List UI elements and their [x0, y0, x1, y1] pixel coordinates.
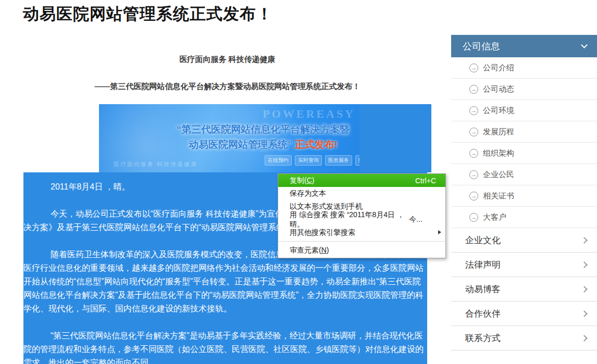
- banner-title: “第三代医院网站信息化平台解决方案暨 动易医院网站管理系统”正式发布!: [172, 122, 354, 152]
- sidebar-item-certificates[interactable]: → 相关证书: [451, 185, 597, 207]
- inspect-label: 审查元素(N): [290, 246, 329, 255]
- banner-slogan: 医疗面向服务 科技传递健康: [114, 160, 197, 168]
- chevron-right-icon: [581, 335, 588, 342]
- sidebar-section-label: 动易博客: [465, 283, 501, 295]
- sidebar-item-label: 公司动态: [483, 84, 514, 94]
- sidebar-item-label: 公司介绍: [483, 63, 514, 73]
- banner-release-label: 正式发布!: [295, 139, 338, 150]
- page-title: 动易医院网站管理系统正式发布！: [23, 3, 273, 25]
- context-menu: 复制(C) Ctrl+C 保存为文本 以文本形式发送到手机 用 综合搜索 搜索 …: [278, 173, 446, 258]
- banner-selection-row: POWEREASY “第三代医院网站信息化平台解决方案暨 动易医院网站管理系统”…: [99, 104, 431, 172]
- article-headline: ——第三代医院网站信息化平台解决方案暨动易医院网站管理系统正式发布！: [23, 82, 431, 92]
- chevron-right-icon: [581, 310, 588, 317]
- sidebar-section-contact[interactable]: 联系方式: [451, 326, 597, 350]
- sidebar-item-key-clients[interactable]: → 大客户: [451, 207, 597, 228]
- context-menu-item-search-selection[interactable]: 用 综合搜索 搜索 “2011年8月4日 ，晴。 今...: [278, 213, 445, 226]
- banner-image: POWEREASY “第三代医院网站信息化平台解决方案暨 动易医院网站管理系统”…: [99, 104, 359, 172]
- sidebar-section-corporate-culture[interactable]: 企业文化: [451, 228, 597, 253]
- save-as-text-label: 保存为文本: [290, 189, 326, 198]
- sidebar-section-label: 合作伙伴: [465, 308, 501, 320]
- banner-pill: 实时查询: [295, 155, 322, 166]
- other-engines-label: 用其他搜索引擎搜索: [290, 228, 355, 237]
- arrow-circle-icon: →: [469, 170, 478, 179]
- paragraph: “第三代医院网站信息化平台解决方案”是动易基于多年实践经验，经过大量市场调研，并…: [23, 329, 427, 364]
- arrow-circle-icon: →: [469, 64, 478, 72]
- copy-label: 复制(C): [290, 176, 314, 185]
- chevron-right-icon: [581, 261, 588, 268]
- context-menu-separator: [278, 241, 445, 242]
- sidebar: 公司信息 → 公司介绍 → 公司动态 → 公司环境 → 发展历程 → 组织架构 …: [451, 35, 597, 350]
- sidebar-item-company-environment[interactable]: → 公司环境: [451, 100, 597, 121]
- page: 动易医院网站管理系统正式发布！ 医疗面向服务 科技传递健康 ——第三代医院网站信…: [0, 0, 597, 364]
- sidebar-item-label: 组织架构: [483, 148, 514, 158]
- arrow-circle-icon: →: [469, 106, 478, 115]
- sidebar-header-label: 公司信息: [463, 40, 500, 53]
- banner-pill: 数据处理: [355, 155, 359, 166]
- sidebar-item-company-news[interactable]: → 公司动态: [451, 79, 597, 100]
- banner-pill: 在线预约: [265, 155, 292, 166]
- context-menu-item-other-engines[interactable]: 用其他搜索引擎搜索: [278, 226, 445, 239]
- sidebar-item-label: 发展历程: [483, 127, 514, 137]
- arrow-circle-icon: →: [469, 85, 478, 94]
- arrow-circle-icon: →: [469, 149, 478, 158]
- sidebar-item-label: 相关证书: [483, 191, 514, 201]
- banner-feature-pills: 在线预约 实时查询 医患服务 数据处理 开通服务: [265, 155, 359, 166]
- banner-title-line2: 动易医院网站管理系统”: [189, 139, 293, 150]
- sidebar-section-partners[interactable]: 合作伙伴: [451, 302, 597, 326]
- banner-pill: 医患服务: [325, 155, 352, 166]
- submenu-arrow-icon: [438, 230, 441, 234]
- sidebar-section-blog[interactable]: 动易博客: [451, 277, 597, 302]
- arrow-circle-icon: →: [469, 128, 478, 136]
- article-slogan: 医疗面向服务 科技传递健康: [23, 55, 431, 65]
- arrow-circle-icon: →: [469, 192, 478, 200]
- sidebar-section-label: 企业文化: [465, 234, 501, 246]
- sidebar-item-development-history[interactable]: → 发展历程: [451, 121, 597, 143]
- sidebar-item-label: 公司环境: [483, 106, 514, 116]
- context-menu-item-copy[interactable]: 复制(C) Ctrl+C: [278, 174, 445, 187]
- chevron-down-icon: [581, 42, 588, 48]
- chevron-right-icon: [581, 286, 588, 293]
- sidebar-section-legal-notice[interactable]: 法律声明: [451, 253, 597, 277]
- sidebar-header-company-info[interactable]: 公司信息: [451, 35, 597, 57]
- context-menu-item-inspect[interactable]: 审查元素(N): [278, 244, 445, 257]
- sidebar-item-label: 企业公民: [483, 170, 514, 180]
- context-menu-item-save-as-text[interactable]: 保存为文本: [278, 187, 445, 200]
- sidebar-section-label: 联系方式: [465, 332, 501, 344]
- article-header: 医疗面向服务 科技传递健康 ——第三代医院网站信息化平台解决方案暨动易医院网站管…: [23, 49, 431, 92]
- sidebar-item-company-intro[interactable]: → 公司介绍: [451, 57, 597, 79]
- banner-brand-watermark: POWEREASY: [263, 107, 355, 121]
- search-selection-trailing: 今...: [409, 215, 436, 224]
- sidebar-item-organization[interactable]: → 组织架构: [451, 143, 597, 164]
- sidebar-item-label: 大客户: [483, 212, 506, 222]
- sidebar-item-corporate-citizen[interactable]: → 企业公民: [451, 164, 597, 185]
- chevron-right-icon: [581, 237, 588, 244]
- arrow-circle-icon: →: [469, 213, 478, 222]
- copy-shortcut: Ctrl+C: [415, 177, 436, 185]
- banner-title-line1: “第三代医院网站信息化平台解决方案暨: [177, 124, 350, 135]
- sidebar-section-label: 法律声明: [465, 259, 501, 271]
